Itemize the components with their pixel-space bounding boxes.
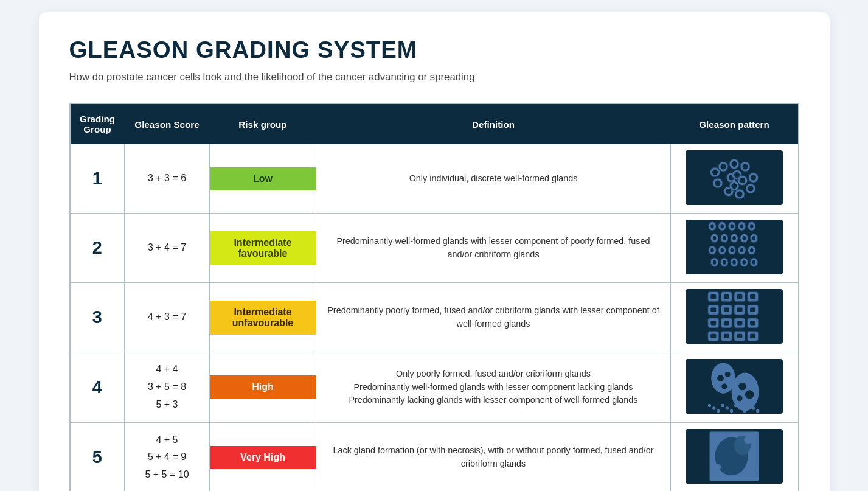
gleason-score: 3 + 3 = 6 (125, 144, 210, 214)
svg-rect-83 (737, 294, 743, 299)
header-grading: Grading Group (70, 103, 125, 144)
svg-rect-97 (750, 334, 755, 338)
svg-point-65 (752, 260, 755, 265)
svg-point-33 (713, 260, 716, 265)
svg-point-11 (737, 192, 743, 197)
svg-point-63 (750, 248, 753, 252)
grading-group: 2 (70, 214, 125, 283)
svg-point-122 (745, 465, 756, 476)
svg-point-115 (748, 404, 751, 407)
risk-group: Very High (210, 422, 316, 491)
svg-rect-95 (750, 321, 755, 325)
svg-point-55 (740, 248, 743, 252)
svg-point-121 (711, 439, 720, 447)
gleason-score: 3 + 4 = 7 (125, 214, 210, 283)
gleason-pattern (671, 352, 799, 422)
page-title: GLEASON GRADING SYSTEM (69, 37, 799, 63)
gleason-score: 4 + 43 + 5 = 85 + 3 (125, 352, 210, 422)
svg-point-109 (721, 404, 724, 407)
svg-point-25 (732, 183, 737, 189)
svg-point-106 (708, 404, 711, 407)
svg-point-35 (721, 224, 724, 228)
svg-rect-93 (750, 308, 755, 312)
table-row: 54 + 55 + 4 = 95 + 5 = 10Very HighLack g… (70, 422, 799, 491)
svg-point-111 (730, 409, 733, 413)
svg-point-57 (743, 260, 746, 265)
svg-point-100 (717, 375, 724, 381)
svg-rect-81 (724, 334, 729, 338)
svg-point-29 (713, 236, 716, 240)
svg-point-17 (712, 170, 718, 175)
gleason-pattern (671, 422, 799, 491)
svg-point-45 (733, 236, 736, 240)
svg-point-124 (744, 436, 752, 444)
svg-point-110 (726, 406, 729, 409)
risk-group: Low (210, 144, 316, 214)
risk-group: Intermediate unfavourable (210, 283, 316, 352)
risk-group: High (210, 352, 316, 422)
svg-point-37 (723, 236, 726, 240)
grading-group: 1 (70, 144, 125, 214)
svg-point-102 (722, 383, 727, 389)
header-definition: Definition (316, 103, 671, 144)
svg-point-1 (721, 164, 726, 170)
svg-rect-87 (737, 321, 743, 325)
svg-point-114 (743, 409, 746, 413)
definition: Predominantly well-formed glands with le… (316, 214, 671, 283)
header-risk: Risk group (210, 103, 316, 144)
svg-point-104 (745, 390, 754, 399)
svg-rect-75 (724, 294, 729, 299)
svg-rect-85 (737, 308, 743, 312)
gleason-pattern (671, 214, 799, 283)
grading-group: 4 (70, 352, 125, 422)
svg-point-7 (751, 175, 756, 181)
table-row: 44 + 43 + 5 = 85 + 3HighOnly poorly form… (70, 352, 799, 422)
svg-point-51 (740, 224, 743, 228)
definition: Predominantly poorly formed, fused and/o… (316, 283, 671, 352)
table-row: 13 + 3 = 6LowOnly individual, discrete w… (70, 144, 799, 214)
svg-point-49 (733, 260, 736, 265)
table-row: 34 + 3 = 7Intermediate unfavourablePredo… (70, 283, 799, 352)
definition: Lack gland formation (or with necrosis),… (316, 422, 671, 491)
svg-point-61 (752, 236, 755, 240)
svg-point-117 (756, 409, 759, 413)
definition: Only individual, discrete well-formed gl… (316, 144, 671, 214)
svg-point-101 (725, 372, 731, 377)
svg-point-123 (715, 464, 721, 471)
page-subtitle: How do prostate cancer cells look and th… (69, 69, 483, 85)
svg-point-116 (752, 406, 755, 409)
svg-rect-67 (711, 294, 717, 299)
svg-rect-79 (724, 321, 729, 325)
grading-group: 5 (70, 422, 125, 491)
gleason-score: 4 + 3 = 7 (125, 283, 210, 352)
svg-point-47 (731, 248, 734, 252)
svg-point-108 (717, 409, 720, 413)
svg-point-53 (743, 236, 746, 240)
risk-group: Intermediate favourable (210, 214, 316, 283)
svg-point-105 (737, 395, 743, 401)
table-row: 23 + 4 = 7Intermediate favourablePredomi… (70, 214, 799, 283)
svg-point-5 (743, 164, 748, 170)
svg-point-112 (734, 404, 737, 407)
svg-point-41 (723, 260, 726, 265)
svg-rect-91 (750, 294, 755, 299)
svg-point-103 (738, 383, 746, 391)
grading-group: 3 (70, 283, 125, 352)
main-card: GLEASON GRADING SYSTEM How do prostate c… (39, 12, 830, 491)
svg-rect-73 (711, 334, 717, 338)
svg-point-9 (748, 186, 754, 192)
svg-point-3 (732, 161, 737, 167)
header-score: Gleason Score (125, 103, 210, 144)
definition: Only poorly formed, fused and/or cribrif… (316, 352, 671, 422)
svg-point-39 (721, 248, 724, 252)
grading-table: Grading Group Gleason Score Risk group D… (69, 103, 799, 491)
svg-point-113 (738, 406, 741, 409)
gleason-score: 4 + 55 + 4 = 95 + 5 = 10 (125, 422, 210, 491)
gleason-pattern (671, 144, 799, 214)
svg-rect-71 (711, 321, 717, 325)
svg-point-15 (715, 181, 721, 186)
svg-rect-69 (711, 308, 717, 312)
svg-rect-77 (724, 308, 729, 312)
svg-point-27 (711, 224, 714, 228)
svg-point-107 (712, 406, 715, 409)
